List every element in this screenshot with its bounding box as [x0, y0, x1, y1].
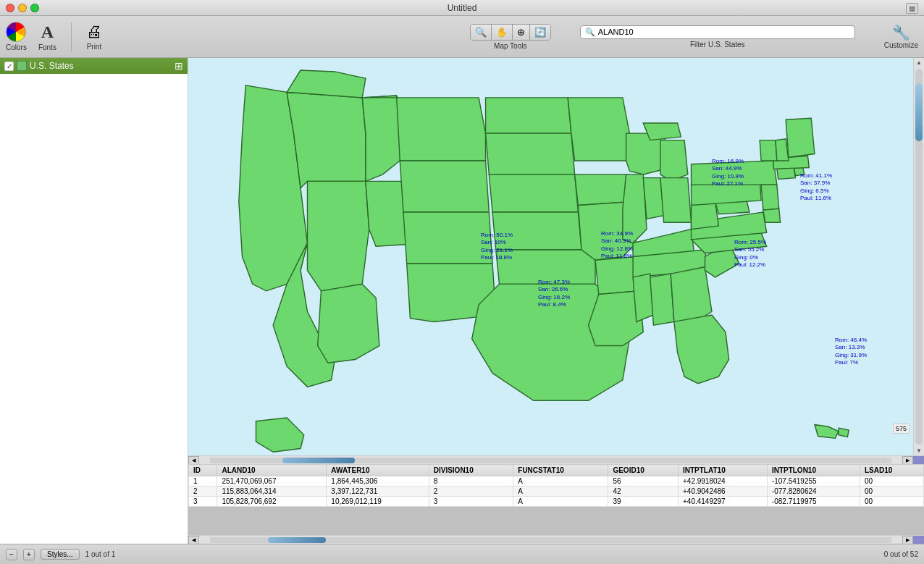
resize-control[interactable]: ▦: [906, 4, 918, 12]
layer-color-swatch: [17, 61, 27, 71]
customize-section[interactable]: 🔧 Customize: [884, 24, 918, 49]
selection-status: 0 out of 52: [884, 550, 918, 558]
table-cell: 3: [189, 497, 217, 507]
remove-button[interactable]: −: [6, 549, 17, 560]
map-area[interactable]: Rom: 16.9%San: 44.9%Ging: 10.8%Paul: 27.…: [188, 58, 913, 455]
scroll-up-arrow[interactable]: ▲: [915, 58, 923, 67]
map-vertical-scrollbar[interactable]: ▲ ▼ 575: [913, 58, 924, 455]
zoom-in-button[interactable]: 🔍: [471, 25, 492, 40]
table-cell: 3: [429, 497, 513, 507]
zoom-value: 575: [893, 424, 910, 434]
table-cell: 105,828,706,692: [217, 497, 327, 507]
expand-icon[interactable]: ⊞: [175, 60, 183, 72]
table-cell: A: [513, 476, 608, 487]
table-h-track: [210, 537, 891, 543]
colors-tool[interactable]: Colors: [6, 22, 27, 51]
styles-button[interactable]: Styles...: [41, 549, 80, 560]
map-h-track: [210, 458, 891, 463]
layer-count: 1 out of 1: [85, 550, 116, 558]
fonts-tool[interactable]: A Fonts: [38, 22, 56, 51]
col-intptlat10[interactable]: INTPTLAT10: [678, 465, 767, 476]
add-button[interactable]: +: [23, 549, 35, 560]
map-scroll-corner: [913, 456, 924, 465]
table-cell: 10,269,012,119: [327, 497, 429, 507]
table-cell: 39: [608, 497, 679, 507]
map-tools-label: Map Tools: [494, 42, 526, 50]
map-h-thumb[interactable]: [282, 458, 355, 463]
col-intptlon10[interactable]: INTPTLON10: [767, 465, 860, 476]
zoom-fit-button[interactable]: ⊕: [513, 25, 530, 40]
resize-icon: ▦: [906, 3, 918, 14]
data-table-section: ID ALAND10 AWATER10 DIVISION10 FUNCSTAT1…: [188, 464, 924, 544]
table-cell: -107.5419255: [767, 476, 860, 487]
col-id[interactable]: ID: [189, 465, 217, 476]
col-geoid10[interactable]: GEOID10: [608, 465, 679, 476]
layer-name: U.S. States: [30, 61, 74, 71]
colors-label: Colors: [6, 43, 27, 51]
toolbar-separator-1: [71, 22, 72, 51]
map-horizontal-scrollbar[interactable]: ◀ ▶: [188, 455, 924, 464]
table-cell: 115,883,064,314: [217, 487, 327, 497]
col-aland10[interactable]: ALAND10: [217, 465, 327, 476]
table-scroll-corner: [913, 536, 924, 544]
table-cell: 42: [608, 487, 679, 497]
window-title: Untitled: [448, 3, 477, 13]
fonts-label: Fonts: [38, 43, 56, 51]
table-cell: 3,397,122,731: [327, 487, 429, 497]
col-lsad10[interactable]: LSAD10: [860, 465, 923, 476]
table-cell: -077.8280624: [767, 487, 860, 497]
table-horizontal-scrollbar[interactable]: ◀ ▶: [188, 535, 924, 544]
print-label: Print: [87, 43, 102, 51]
table-scroll-left[interactable]: ◀: [188, 536, 199, 544]
map-tools-buttons: 🔍 ✋ ⊕ 🔄: [470, 24, 551, 41]
sidebar-content: [0, 74, 188, 544]
minimize-button[interactable]: [18, 4, 27, 12]
zoom-out-button[interactable]: 🔄: [530, 25, 550, 40]
table-row[interactable]: 2115,883,064,3143,397,122,7312A42+40.904…: [189, 487, 924, 497]
table-row[interactable]: 3105,828,706,69210,269,012,1193A39+40.41…: [189, 497, 924, 507]
customize-icon: 🔧: [892, 24, 910, 41]
table-cell: -082.7119975: [767, 497, 860, 507]
table-cell: 8: [429, 476, 513, 487]
sidebar-layer-header: ✓ U.S. States ⊞: [0, 58, 188, 74]
filter-label: Filter U.S. States: [690, 41, 745, 49]
data-table: ID ALAND10 AWATER10 DIVISION10 FUNCSTAT1…: [188, 464, 924, 507]
map-scroll-right[interactable]: ▶: [902, 456, 913, 465]
scroll-thumb[interactable]: [915, 83, 923, 141]
close-button[interactable]: [6, 4, 14, 12]
scroll-down-arrow[interactable]: ▼: [915, 446, 923, 455]
table-cell: +40.4149297: [678, 497, 767, 507]
table-cell: 1: [189, 476, 217, 487]
map-scroll-left[interactable]: ◀: [188, 456, 199, 465]
table-cell: 00: [860, 476, 923, 487]
pan-button[interactable]: ✋: [492, 25, 513, 40]
table-cell: 00: [860, 487, 923, 497]
table-cell: A: [513, 497, 608, 507]
table-cell: +40.9042486: [678, 487, 767, 497]
table-scroll-container[interactable]: ID ALAND10 AWATER10 DIVISION10 FUNCSTAT1…: [188, 464, 924, 535]
col-funcstat10[interactable]: FUNCSTAT10: [513, 465, 608, 476]
bottom-bar: − + Styles... 1 out of 1 0 out of 52: [0, 544, 924, 564]
layer-checkbox[interactable]: ✓: [4, 62, 14, 71]
colors-icon: [6, 22, 26, 42]
search-icon: 🔍: [585, 28, 595, 37]
table-scroll-right[interactable]: ▶: [902, 536, 913, 544]
filter-input-container: 🔍: [580, 25, 855, 39]
maximize-button[interactable]: [30, 4, 39, 12]
filter-section: 🔍 Filter U.S. States: [580, 25, 855, 49]
table-h-thumb[interactable]: [268, 537, 326, 543]
scroll-track: [915, 69, 923, 445]
fonts-icon: A: [41, 22, 54, 42]
customize-label: Customize: [884, 41, 918, 49]
table-cell: 2: [429, 487, 513, 497]
table-cell: A: [513, 487, 608, 497]
print-tool[interactable]: 🖨 Print: [86, 22, 102, 51]
table-row[interactable]: 1251,470,069,0671,864,445,3068A56+42.991…: [189, 476, 924, 487]
table-cell: 56: [608, 476, 679, 487]
col-awater10[interactable]: AWATER10: [327, 465, 429, 476]
filter-input[interactable]: [598, 28, 850, 36]
window-controls: [6, 4, 39, 12]
us-map-svg: [188, 58, 913, 455]
col-division10[interactable]: DIVISION10: [429, 465, 513, 476]
table-cell: 251,470,069,067: [217, 476, 327, 487]
